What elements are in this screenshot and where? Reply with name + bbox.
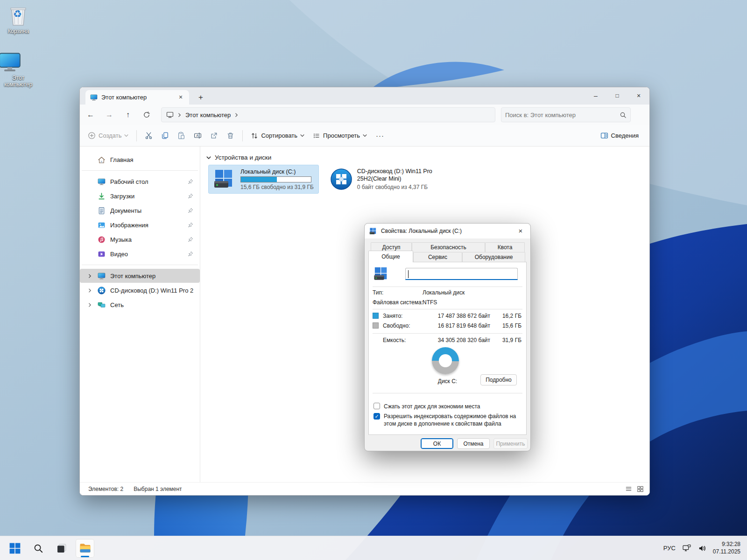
search-box[interactable] [501, 107, 631, 122]
sort-arrows-icon [251, 132, 258, 140]
home-icon [98, 156, 106, 164]
tab-tools[interactable]: Сервис [413, 252, 462, 262]
back-button[interactable]: ← [83, 107, 99, 122]
refresh-button[interactable] [139, 107, 155, 122]
forward-button[interactable]: → [101, 107, 117, 122]
more-options-button[interactable]: ··· [371, 132, 389, 140]
sidebar-item-home[interactable]: Главная [84, 153, 196, 167]
apply-button[interactable]: Применить [493, 438, 528, 449]
new-button-label: Создать [99, 132, 121, 139]
tab-hardware[interactable]: Оборудование [462, 252, 525, 262]
chevron-right-icon[interactable] [86, 288, 93, 293]
address-bar: ← → ↑ Этот компьютер [80, 105, 649, 125]
list-view-toggle[interactable] [625, 485, 632, 492]
thumbnail-view-toggle[interactable] [637, 485, 644, 492]
tab-close-icon[interactable]: × [176, 93, 185, 102]
tab-quota[interactable]: Квота [485, 242, 525, 252]
maximize-button[interactable]: □ [606, 87, 628, 105]
cut-icon [145, 132, 153, 140]
search-input[interactable] [505, 112, 620, 119]
share-button[interactable] [206, 128, 222, 144]
chevron-right-icon[interactable] [86, 274, 93, 278]
drive-c-tile[interactable]: Локальный диск (C:) 15,6 ГБ свободно из … [208, 165, 319, 194]
taskbar-file-explorer-button[interactable] [76, 539, 94, 558]
ok-button[interactable]: ОК [421, 438, 453, 449]
clock[interactable]: 9:32:28 07.11.2025 [713, 541, 740, 555]
sidebar-item-network[interactable]: Сеть [84, 298, 196, 312]
clock-time: 9:32:28 [713, 541, 740, 548]
pin-icon[interactable] [188, 208, 193, 213]
up-button[interactable]: ↑ [120, 107, 136, 122]
drive-name: Локальный диск (C:) [240, 168, 314, 175]
rename-button[interactable] [190, 128, 206, 144]
downloads-icon [98, 192, 106, 200]
section-devices-and-drives[interactable]: Устройства и диски [206, 154, 649, 161]
this-pc-icon [98, 272, 106, 280]
breadcrumb-item[interactable]: Этот компьютер [185, 112, 231, 119]
pin-icon[interactable] [188, 222, 193, 228]
pin-icon[interactable] [188, 237, 193, 242]
breadcrumb[interactable]: Этот компьютер [161, 107, 495, 122]
index-checkbox-label: Разрешить индексировать содержимое файло… [384, 413, 524, 427]
volume-icon[interactable] [698, 544, 706, 553]
minimize-button[interactable]: – [585, 87, 606, 105]
cut-button[interactable] [141, 128, 157, 144]
text-caret [408, 270, 409, 278]
drive-properties-dialog: Свойства: Локальный диск (C:) × Доступ Б… [364, 223, 531, 451]
hard-drive-icon [213, 168, 236, 190]
desktop-icon-this-pc[interactable]: Этот компьютер [0, 50, 38, 88]
tab-general[interactable]: Общие [368, 251, 413, 262]
pin-icon[interactable] [188, 193, 193, 199]
videos-icon [98, 250, 106, 258]
sidebar-item-label: Главная [110, 156, 193, 163]
index-checkbox[interactable]: ✓ [374, 413, 380, 420]
sidebar-item-downloads[interactable]: Загрузки [84, 189, 196, 203]
chevron-right-icon[interactable] [86, 303, 93, 307]
sidebar-item-desktop[interactable]: Рабочий стол [84, 175, 196, 189]
new-tab-button[interactable]: + [195, 91, 207, 104]
sidebar-item-videos[interactable]: Видео [84, 247, 196, 261]
volume-label-input[interactable] [405, 268, 518, 280]
chevron-down-icon [300, 133, 304, 138]
search-icon [620, 112, 627, 119]
divider [373, 309, 522, 309]
tab-security[interactable]: Безопасность [412, 242, 485, 252]
copy-button[interactable] [157, 128, 173, 144]
selection-count: Выбран 1 элемент [134, 486, 182, 492]
language-indicator[interactable]: РУС [663, 545, 676, 552]
new-button[interactable]: Создать [84, 128, 133, 144]
compress-checkbox[interactable] [374, 403, 380, 409]
sidebar-item-this-pc[interactable]: Этот компьютер [80, 269, 200, 283]
taskbar-search-button[interactable] [29, 539, 48, 558]
pin-icon[interactable] [188, 251, 193, 257]
details-button[interactable]: Подробно [480, 374, 517, 385]
close-button[interactable]: × [628, 87, 649, 105]
delete-button[interactable] [222, 128, 239, 144]
desktop-icon-label: Корзина [0, 28, 38, 35]
tab-this-pc[interactable]: Этот компьютер × [85, 90, 189, 105]
divider [373, 393, 522, 393]
dialog-close-button[interactable]: × [513, 225, 529, 237]
drive-free-space: 15,6 ГБ свободно из 31,9 ГБ [240, 184, 314, 190]
capacity-bytes: 34 305 208 320 байт [418, 337, 490, 343]
free-label: Свободно: [383, 322, 410, 329]
cancel-button[interactable]: Отмена [457, 438, 490, 449]
sidebar-item-documents[interactable]: Документы [84, 203, 196, 217]
desktop-icon-recycle-bin[interactable]: ♻ Корзина [0, 5, 38, 35]
pictures-icon [98, 221, 106, 229]
task-view-button[interactable] [52, 539, 71, 558]
start-button[interactable] [6, 539, 24, 558]
sidebar-item-music[interactable]: Музыка [84, 232, 196, 246]
sidebar-item-label: Изображения [110, 222, 183, 229]
sidebar-item-cd-drive[interactable]: CD-дисковод (D:) Win11 Pro 25H2(Clea [84, 283, 196, 297]
this-pc-icon [0, 50, 38, 74]
paste-button[interactable] [173, 128, 190, 144]
view-button[interactable]: Просмотреть [309, 128, 371, 144]
sort-button[interactable]: Сортировать [247, 128, 309, 144]
drive-d-tile[interactable]: CD-дисковод (D:) Win11 Pro 25H2(Clear Mi… [325, 165, 445, 194]
hard-drive-icon [369, 227, 377, 235]
details-pane-button[interactable]: Сведения [596, 128, 643, 144]
network-ethernet-icon[interactable] [682, 544, 691, 552]
sidebar-item-pictures[interactable]: Изображения [84, 218, 196, 232]
pin-icon[interactable] [188, 179, 193, 184]
